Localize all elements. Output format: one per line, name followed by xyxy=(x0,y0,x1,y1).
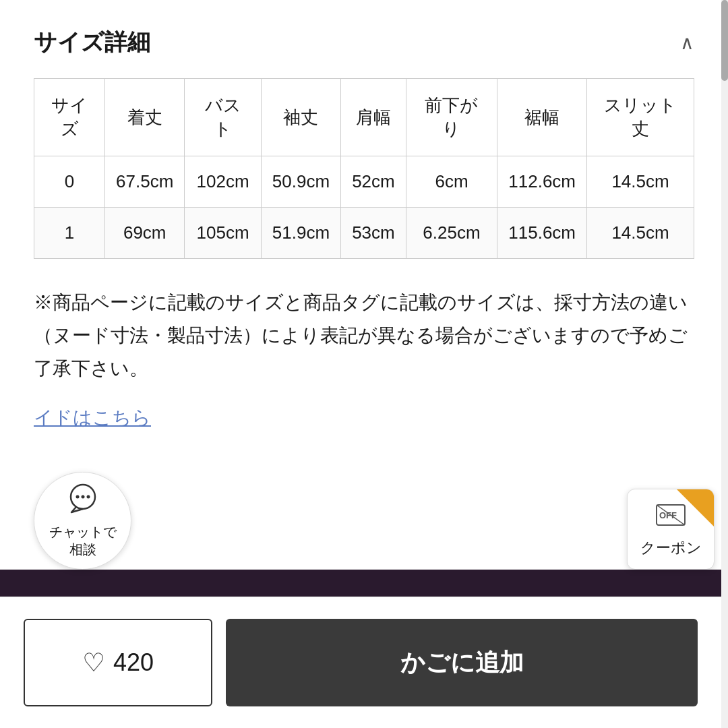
col-size: サイズ xyxy=(34,79,105,156)
table-row: 0 67.5cm 102cm 50.9cm 52cm 6cm 112.6cm 1… xyxy=(34,156,694,208)
size-table: サイズ 着丈 バスト 袖丈 肩幅 前下がり 裾幅 スリット丈 0 67.5cm … xyxy=(34,78,694,259)
row1-front-drop: 6.25cm xyxy=(406,208,497,259)
col-sleeve: 袖丈 xyxy=(261,79,340,156)
svg-text:OFF: OFF xyxy=(659,510,677,520)
col-bust: バスト xyxy=(185,79,262,156)
wishlist-button[interactable]: ♡ 420 xyxy=(24,619,212,706)
row0-sleeve: 50.9cm xyxy=(261,156,340,208)
row1-bust: 105cm xyxy=(185,208,262,259)
row1-size: 1 xyxy=(34,208,105,259)
row0-hem: 112.6cm xyxy=(497,156,587,208)
note-text: ※商品ページに記載のサイズと商品タグに記載のサイズは、採寸方法の違い（ヌード寸法… xyxy=(34,286,694,385)
section-title: サイズ詳細 xyxy=(34,27,150,58)
table-header-row: サイズ 着丈 バスト 袖丈 肩幅 前下がり 裾幅 スリット丈 xyxy=(34,79,694,156)
col-slit: スリット丈 xyxy=(587,79,694,156)
svg-point-2 xyxy=(81,495,84,499)
row1-slit: 14.5cm xyxy=(587,208,694,259)
scrollbar-thumb[interactable] xyxy=(721,0,728,81)
row0-size: 0 xyxy=(34,156,105,208)
chat-button[interactable]: チャットで 相談 xyxy=(34,472,131,570)
dark-bar xyxy=(0,570,721,597)
col-front-drop: 前下がり xyxy=(406,79,497,156)
chat-icon xyxy=(66,483,100,520)
coupon-corner-decoration xyxy=(677,489,714,526)
svg-point-3 xyxy=(86,495,90,499)
row0-bust: 102cm xyxy=(185,156,262,208)
size-guide-link[interactable]: イドはこちら xyxy=(34,405,694,431)
row1-hem: 115.6cm xyxy=(497,208,587,259)
scrollbar[interactable] xyxy=(721,0,728,728)
collapse-icon[interactable]: ∧ xyxy=(680,32,694,54)
table-row: 1 69cm 105cm 51.9cm 53cm 6.25cm 115.6cm … xyxy=(34,208,694,259)
chat-label: チャットで 相談 xyxy=(49,523,117,558)
coupon-button[interactable]: OFF クーポン xyxy=(627,489,715,570)
heart-icon: ♡ xyxy=(82,648,105,677)
page-container: サイズ詳細 ∧ サイズ 着丈 バスト 袖丈 肩幅 前下がり 裾幅 スリット丈 0 xyxy=(0,0,728,728)
row0-slit: 14.5cm xyxy=(587,156,694,208)
add-to-cart-button[interactable]: かごに追加 xyxy=(226,619,698,706)
row1-shoulder: 53cm xyxy=(341,208,406,259)
row0-front-drop: 6cm xyxy=(406,156,497,208)
row1-sleeve: 51.9cm xyxy=(261,208,340,259)
row1-chake: 69cm xyxy=(105,208,185,259)
row0-shoulder: 52cm xyxy=(341,156,406,208)
col-hem: 裾幅 xyxy=(497,79,587,156)
coupon-label: クーポン xyxy=(640,538,702,558)
col-chake: 着丈 xyxy=(105,79,185,156)
svg-point-1 xyxy=(75,495,79,499)
row0-chake: 67.5cm xyxy=(105,156,185,208)
footer: ♡ 420 かごに追加 xyxy=(0,597,721,728)
wishlist-count: 420 xyxy=(113,648,154,677)
col-shoulder: 肩幅 xyxy=(341,79,406,156)
section-header: サイズ詳細 ∧ xyxy=(34,27,694,58)
